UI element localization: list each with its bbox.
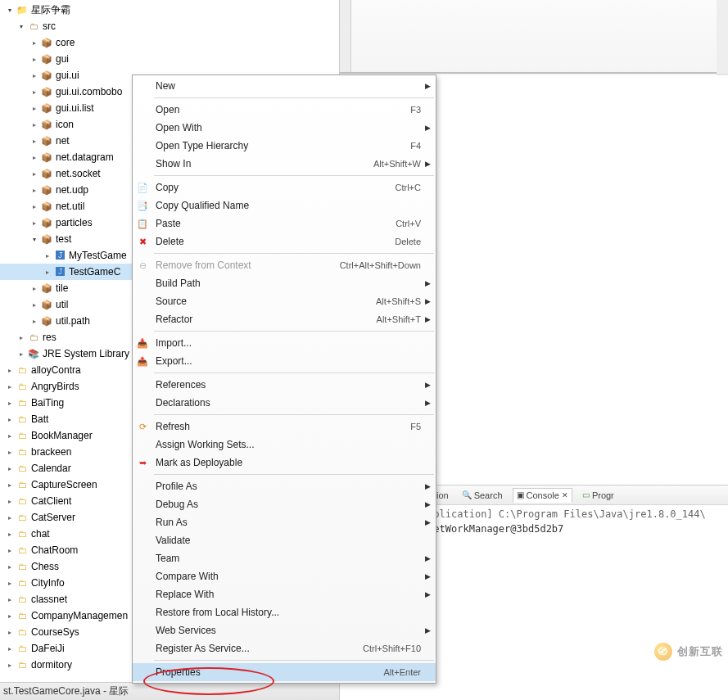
tab-progress[interactable]: ▭Progr <box>579 489 617 502</box>
watermark: 〄 创新互联 <box>654 643 723 661</box>
menu-item-import[interactable]: 📥Import... <box>133 334 436 352</box>
tree-src[interactable]: ▾ 🗀 src <box>0 18 339 34</box>
package-label: test <box>56 233 71 245</box>
submenu-arrow-icon: ▶ <box>425 518 431 526</box>
menu-label: New <box>156 80 421 92</box>
menu-item-team[interactable]: Team▶ <box>133 549 436 567</box>
chevron-right-icon: ▸ <box>5 365 15 375</box>
menu-separator <box>154 331 434 332</box>
menu-item-validate[interactable]: Validate <box>133 531 436 549</box>
chevron-right-icon: ▸ <box>5 644 15 653</box>
menu-item-properties[interactable]: PropertiesAlt+Enter <box>133 663 436 681</box>
editor-gutter <box>340 0 351 72</box>
menu-item-assign-working-sets[interactable]: Assign Working Sets... <box>133 436 436 454</box>
package-label: gui.ui.combobo <box>56 86 122 97</box>
java-file-icon: 🅹 <box>53 249 66 262</box>
folder-icon: 🗀 <box>16 527 29 540</box>
chevron-down-icon: ▾ <box>29 234 39 244</box>
menu-item-run-as[interactable]: Run As▶ <box>133 513 436 531</box>
package-icon: 📦 <box>40 167 53 180</box>
menu-item-export[interactable]: 📤Export... <box>133 352 436 370</box>
submenu-arrow-icon: ▶ <box>425 279 431 287</box>
chevron-right-icon: ▸ <box>16 349 26 359</box>
context-menu[interactable]: New▶OpenF3Open With▶Open Type HierarchyF… <box>132 75 436 684</box>
java-file-icon: 🅹 <box>53 265 66 278</box>
folder-icon: 🗀 <box>16 609 29 622</box>
folder-icon: 🗀 <box>16 364 29 377</box>
menu-label: Mark as Deployable <box>156 457 421 468</box>
tab-console[interactable]: ▣Console ✕ <box>513 488 572 503</box>
package-label: net <box>56 135 70 147</box>
tab-search[interactable]: 🔍Search <box>459 489 506 502</box>
menu-label: Source <box>156 296 376 307</box>
chevron-right-icon: ▸ <box>29 201 39 211</box>
menu-item-delete[interactable]: ✖DeleteDelete <box>133 233 436 251</box>
menu-label: Declarations <box>156 397 421 409</box>
menu-item-open[interactable]: OpenF3 <box>133 101 436 119</box>
package-label: gui.ui.list <box>56 102 94 114</box>
menu-item-restore-from-local-history[interactable]: Restore from Local History... <box>133 603 436 621</box>
menu-separator <box>154 660 434 661</box>
chevron-right-icon: ▸ <box>29 169 39 178</box>
menu-item-source[interactable]: SourceAlt+Shift+S▶ <box>133 292 436 310</box>
scrollbar[interactable] <box>717 0 728 75</box>
close-icon[interactable]: ✕ <box>562 491 568 499</box>
menu-item-profile-as[interactable]: Profile As▶ <box>133 477 436 495</box>
submenu-arrow-icon: ▶ <box>425 297 431 305</box>
menu-item-open-type-hierarchy[interactable]: Open Type HierarchyF4 <box>133 137 436 155</box>
package-icon: 📦 <box>40 151 53 164</box>
menu-item-declarations[interactable]: Declarations▶ <box>133 394 436 412</box>
package-icon: 📦 <box>40 52 53 65</box>
file-label: MyTestGame <box>69 250 127 261</box>
watermark-logo-icon: 〄 <box>654 643 672 661</box>
folder-icon: 🗀 <box>16 396 29 409</box>
chevron-right-icon: ▸ <box>5 463 15 473</box>
menu-shortcut: Alt+Shift+T <box>377 314 421 324</box>
menu-item-mark-as-deployable[interactable]: ➥Mark as Deployable <box>133 454 436 472</box>
menu-item-refresh[interactable]: ⟳RefreshF5 <box>133 418 436 436</box>
folder-icon: 🗀 <box>16 462 29 475</box>
menu-label: Run As <box>156 517 421 528</box>
tree-package[interactable]: ▸📦core <box>0 34 339 51</box>
menu-label: Import... <box>156 337 421 349</box>
chevron-right-icon: ▸ <box>29 300 39 309</box>
package-label: core <box>56 37 75 48</box>
menu-item-build-path[interactable]: Build Path▶ <box>133 274 436 292</box>
menu-item-debug-as[interactable]: Debug As▶ <box>133 495 436 513</box>
chevron-right-icon: ▸ <box>29 152 39 162</box>
folder-icon: 🗀 <box>16 413 29 426</box>
menu-shortcut: F4 <box>410 141 421 151</box>
package-label: gui <box>56 53 69 65</box>
menu-label: Compare With <box>156 571 421 582</box>
menu-item-copy[interactable]: 📄CopyCtrl+C <box>133 178 436 196</box>
package-label: icon <box>56 119 74 130</box>
chevron-right-icon: ▸ <box>5 480 15 490</box>
menu-item-paste[interactable]: 📋PasteCtrl+V <box>133 215 436 233</box>
chevron-right-icon: ▸ <box>5 513 15 522</box>
menu-item-new[interactable]: New▶ <box>133 77 436 95</box>
tree-package[interactable]: ▸📦gui <box>0 51 339 67</box>
chevron-right-icon: ▸ <box>29 120 39 129</box>
menu-item-copy-qualified-name[interactable]: 📑Copy Qualified Name <box>133 196 436 215</box>
tab-label: Progr <box>592 490 614 500</box>
project-label: Chess <box>31 561 59 572</box>
menu-item-open-with[interactable]: Open With▶ <box>133 119 436 137</box>
tab-label: Console <box>527 490 559 500</box>
menu-label: Debug As <box>156 499 421 510</box>
menu-item-references[interactable]: References▶ <box>133 376 436 394</box>
menu-item-web-services[interactable]: Web Services▶ <box>133 621 436 639</box>
menu-item-refactor[interactable]: RefactorAlt+Shift+T▶ <box>133 310 436 328</box>
menu-item-show-in[interactable]: Show InAlt+Shift+W▶ <box>133 155 436 173</box>
package-label: particles <box>56 217 93 228</box>
menu-item-compare-with[interactable]: Compare With▶ <box>133 567 436 585</box>
tree-project[interactable]: ▾ 📁 星际争霸 <box>0 2 339 18</box>
menu-item-register-as-service[interactable]: Register As Service...Ctrl+Shift+F10 <box>133 639 436 657</box>
menu-shortcut: Ctrl+Shift+F10 <box>363 644 421 653</box>
chevron-right-icon: ▸ <box>5 414 15 424</box>
folder-icon: 🗀 <box>16 429 29 442</box>
chevron-right-icon: ▸ <box>5 594 15 604</box>
menu-shortcut: F3 <box>410 105 421 115</box>
chevron-right-icon: ▸ <box>5 447 15 457</box>
submenu-arrow-icon: ▶ <box>425 160 431 168</box>
menu-item-replace-with[interactable]: Replace With▶ <box>133 585 436 603</box>
